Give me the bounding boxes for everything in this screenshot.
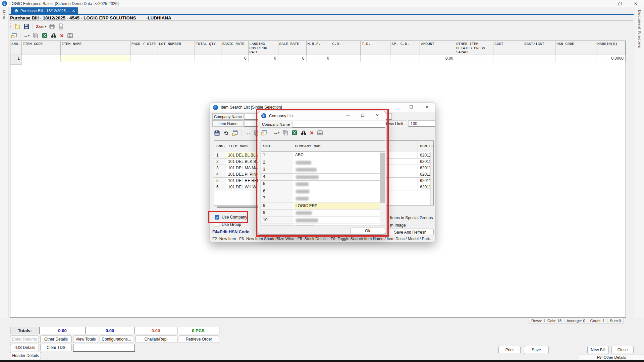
company-row[interactable] — [261, 224, 385, 226]
cell-cgst[interactable] — [493, 55, 523, 62]
save-icon[interactable] — [214, 130, 220, 136]
export-page-icon[interactable] — [58, 23, 64, 29]
undo-icon[interactable] — [223, 130, 229, 136]
company-row-sno[interactable]: 8 — [261, 202, 293, 210]
tab-close-icon[interactable]: ✕ — [72, 9, 75, 13]
clear-tds-button[interactable]: Clear TDS — [40, 344, 72, 351]
company-row-name[interactable] — [293, 166, 381, 174]
company-row-name[interactable]: ABC — [293, 152, 381, 159]
cell-pack-size[interactable] — [130, 55, 158, 62]
company-row-selected[interactable]: 8 LOGIC ERP — [261, 202, 385, 210]
selected-company-cell[interactable]: LOGIC ERP — [294, 203, 380, 209]
cell-hsn-code[interactable] — [555, 55, 596, 62]
item-dialog-company-name-label[interactable]: Company Name — [212, 113, 244, 120]
company-row-sno[interactable] — [261, 224, 293, 226]
grid-settings-icon[interactable] — [67, 33, 73, 39]
item-row-sno[interactable]: 1 — [214, 152, 226, 159]
window-restore-button[interactable] — [614, 0, 626, 7]
window-minimize-button[interactable]: — — [600, 0, 611, 7]
item-dialog-item-name-label[interactable]: Item Name — [212, 120, 244, 127]
company-row[interactable]: 1 ABC — [261, 152, 385, 159]
delete-row-icon[interactable]: ✕ — [60, 33, 64, 38]
item-grid-vscrollbar[interactable] — [430, 152, 433, 205]
form-view-icon[interactable] — [261, 130, 267, 136]
enter-returns-button[interactable]: Enter Returns — [10, 336, 39, 343]
company-row[interactable]: 4 — [261, 174, 385, 181]
excel-export-icon[interactable] — [291, 130, 298, 136]
company-row-name[interactable] — [293, 217, 381, 224]
cell-item-name-active[interactable] — [61, 55, 130, 62]
cell-other-details[interactable] — [455, 55, 493, 62]
item-row-sno[interactable]: 5 — [214, 178, 226, 184]
hscroll-thumb[interactable] — [217, 206, 260, 208]
configurations-button[interactable]: Configurations... — [100, 336, 133, 343]
company-row[interactable]: 5 — [261, 181, 385, 188]
company-row[interactable]: 7 — [261, 195, 385, 202]
copy-icon[interactable] — [33, 33, 39, 39]
company-dialog-maximize-button[interactable] — [358, 111, 367, 119]
column-resize-icon[interactable]: ↔▾ — [245, 130, 251, 136]
cell-landing-cost[interactable]: 0 — [249, 55, 278, 62]
view-totals-button[interactable]: View Totals — [73, 336, 98, 343]
company-row-name[interactable] — [293, 181, 381, 188]
company-row-name[interactable] — [293, 159, 381, 167]
zoom-dropdown-button[interactable]: Zom▾ — [36, 24, 46, 29]
grid-settings-icon[interactable] — [317, 130, 323, 136]
print-icon[interactable] — [49, 23, 55, 29]
cell-margin[interactable]: 0.0000 — [596, 55, 626, 62]
company-row[interactable]: 3 — [261, 166, 385, 174]
company-row-sno[interactable]: 7 — [261, 195, 293, 202]
print-button[interactable]: Print — [498, 346, 521, 354]
resize-grip-icon[interactable]: .:: — [429, 237, 433, 240]
cell-sale-rate[interactable]: 0 — [278, 55, 307, 62]
save-icon[interactable] — [23, 23, 30, 29]
item-dialog-maximize-button[interactable] — [407, 103, 416, 111]
company-row[interactable]: 10 — [261, 217, 385, 224]
company-row-name[interactable] — [293, 224, 381, 226]
cell-cd[interactable] — [331, 55, 361, 62]
company-row[interactable]: 9 — [261, 209, 385, 217]
form-view-icon[interactable] — [232, 130, 238, 136]
checkbox-checked-icon[interactable] — [215, 215, 219, 220]
cell-sno[interactable]: 1 — [10, 55, 22, 62]
new-bill-icon[interactable] — [14, 23, 20, 29]
cell-sp-cd[interactable] — [390, 55, 420, 62]
item-dialog-minimize-button[interactable]: — — [391, 103, 400, 111]
company-row-sno[interactable]: 4 — [261, 174, 293, 181]
cell-amount[interactable]: 0.00 — [420, 55, 455, 62]
save-button[interactable]: Save — [524, 346, 549, 354]
delete-row-icon[interactable]: ✕ — [310, 130, 314, 135]
company-dialog-close-button[interactable]: ✕ — [373, 111, 382, 119]
document-windows-vertical-label[interactable]: Document Windows — [638, 10, 642, 48]
item-dialog-titlebar[interactable]: L Item Search List [Single Selection] — [210, 103, 435, 112]
ok-button[interactable]: Ok — [350, 228, 385, 234]
item-row-sno[interactable]: 2 — [214, 159, 226, 165]
company-row[interactable]: 6 — [261, 188, 385, 195]
cell-basic-rate[interactable]: 0 — [221, 55, 249, 62]
use-company-checkbox[interactable]: Use Company — [215, 215, 247, 220]
company-row-name[interactable] — [293, 174, 381, 181]
company-row-sno[interactable]: 1 — [261, 152, 293, 159]
retrieve-order-button[interactable]: Retrieve Order — [179, 336, 219, 343]
cell-total-qty[interactable] — [195, 55, 221, 62]
menu-vertical-label[interactable]: Menu — [2, 10, 6, 21]
new-bill-button[interactable]: New Bill — [587, 346, 609, 354]
rows-limit-field[interactable]: 100 — [408, 120, 435, 127]
company-dialog-company-name-label[interactable]: Company Name — [260, 121, 292, 128]
company-dialog-search-field[interactable] — [292, 121, 385, 128]
vscroll-thumb[interactable] — [380, 153, 385, 203]
column-resize-icon[interactable]: ↔▾ — [23, 33, 30, 38]
item-row-sno[interactable]: 6 — [214, 184, 226, 190]
company-row-sno[interactable]: 5 — [261, 181, 293, 188]
header-details-button[interactable]: Header Details — [10, 352, 41, 359]
item-row-sno[interactable]: 3 — [214, 165, 226, 171]
excel-export-icon[interactable] — [42, 33, 48, 39]
item-dialog-close-button[interactable]: ✕ — [422, 103, 432, 111]
company-row[interactable]: 2 — [261, 159, 385, 167]
company-row-name[interactable] — [293, 188, 381, 195]
window-close-button[interactable]: ✕ — [630, 0, 641, 7]
cell-sgst-igst[interactable] — [523, 55, 555, 62]
checkbox-unchecked-icon[interactable] — [215, 222, 219, 227]
copy-icon[interactable] — [282, 130, 288, 136]
company-dialog-minimize-button[interactable]: — — [343, 111, 353, 119]
